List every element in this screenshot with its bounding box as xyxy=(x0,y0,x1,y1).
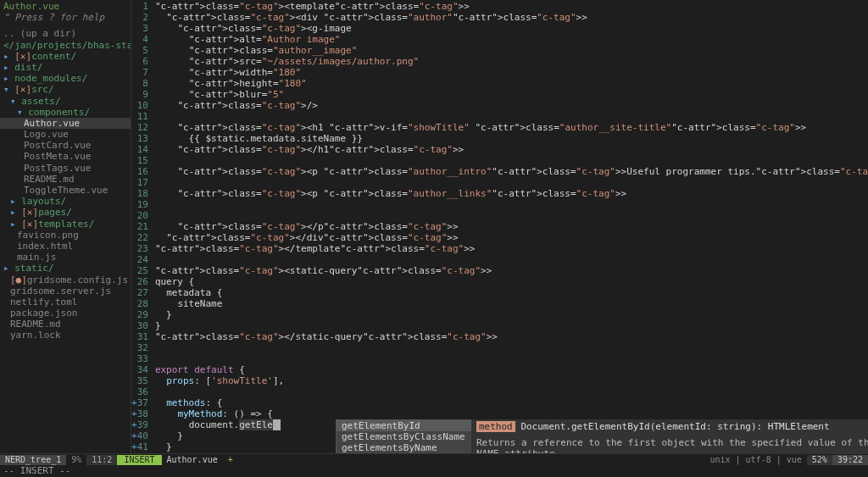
tree-item[interactable]: netlify.toml xyxy=(0,297,131,308)
code-editor[interactable]: +++++ 1234567891011121314151617181920212… xyxy=(131,0,868,453)
file-tree-sidebar: Author.vue " Press ? for help .. (up a d… xyxy=(0,0,131,453)
tree-item[interactable]: ▾ components/ xyxy=(0,107,131,118)
doc-signature: Document.getElementById(elementId: strin… xyxy=(520,421,829,432)
tree-item[interactable]: gridsome.server.js xyxy=(0,286,131,297)
tree-item[interactable]: ▸ dist/ xyxy=(0,62,131,73)
tree-item[interactable]: ▾ [✕]src/ xyxy=(0,84,131,95)
sidebar-title: Author.vue xyxy=(0,1,131,12)
code-area[interactable]: "c-attr">class="c-tag"><template"c-attr"… xyxy=(152,0,868,453)
tree-item[interactable]: Author.vue xyxy=(0,118,131,129)
sb-encoding: unix | utf-8 | vue xyxy=(704,455,806,465)
tree-item[interactable]: README.md xyxy=(0,174,131,185)
sb-modified: + xyxy=(223,455,238,465)
gutter: +++++ xyxy=(131,0,137,453)
tree-item[interactable]: PostCard.vue xyxy=(0,140,131,151)
tree-item[interactable]: PostMeta.vue xyxy=(0,151,131,162)
tree-item[interactable]: ToggleTheme.vue xyxy=(0,185,131,196)
tree-item[interactable]: favicon.png xyxy=(0,230,131,241)
tree-path: </jan/projects/bhas-static/ xyxy=(0,40,131,51)
tree-item[interactable]: ▸ [✕]content/ xyxy=(0,51,131,62)
tree-item[interactable]: main.js xyxy=(0,252,131,263)
sb-linecol: 39:22 xyxy=(832,455,868,465)
tree-item[interactable]: ▸ [✕]templates/ xyxy=(0,219,131,230)
line-numbers: 1234567891011121314151617181920212223242… xyxy=(137,0,152,453)
tree-item[interactable]: README.md xyxy=(0,319,131,330)
doc-badge: method xyxy=(476,421,515,432)
sb-mode: INSERT xyxy=(117,455,161,465)
tree-updir[interactable]: .. (up a dir) xyxy=(0,28,131,39)
documentation-popup: method Document.getElementById(elementId… xyxy=(471,419,868,453)
doc-description: Returns a reference to the first object … xyxy=(476,437,868,453)
tree-item[interactable]: ▸ layouts/ xyxy=(0,196,131,207)
tree-item[interactable]: yarn.lock xyxy=(0,330,131,341)
tree-item[interactable]: package.json xyxy=(0,308,131,319)
statusbar: NERD_tree_1 9% 11:2 INSERT Author.vue + … xyxy=(0,453,868,465)
sb-nerd: NERD_tree_1 xyxy=(0,455,66,465)
tree-item[interactable]: index.html xyxy=(0,241,131,252)
tree-item[interactable]: ▸ node_modules/ xyxy=(0,73,131,84)
sidebar-help: " Press ? for help xyxy=(0,12,131,23)
sb-pos1: 9% xyxy=(66,455,86,465)
sb-percent: 52% xyxy=(807,455,832,465)
tree-item[interactable]: ▸ static/ xyxy=(0,263,131,274)
sb-pos2: 11:2 xyxy=(86,455,117,465)
sb-file: Author.vue xyxy=(162,455,223,465)
tree-item[interactable]: [●]gridsome.config.js xyxy=(0,275,131,286)
tree-item[interactable]: Logo.vue xyxy=(0,129,131,140)
tree-item[interactable]: ▸ [✕]pages/ xyxy=(0,207,131,218)
tree-item[interactable]: PostTags.vue xyxy=(0,163,131,174)
command-line: -- INSERT -- xyxy=(0,465,868,477)
tree-item[interactable]: ▾ assets/ xyxy=(0,96,131,107)
